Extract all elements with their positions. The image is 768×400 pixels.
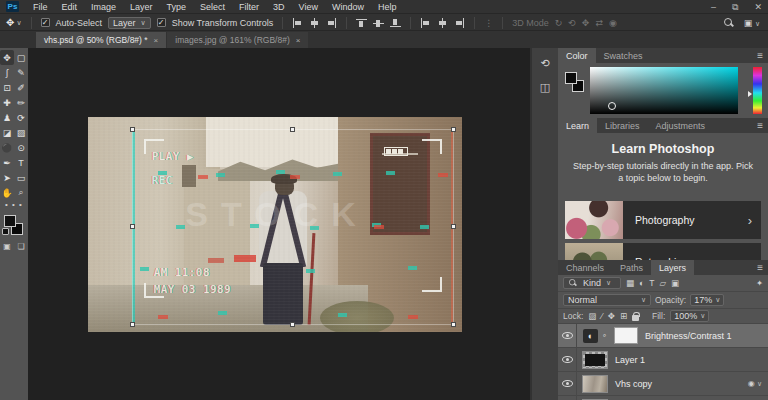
menu-image[interactable]: Image [91, 2, 116, 12]
align-bottom-edges-icon[interactable] [390, 18, 401, 28]
blur-tool[interactable]: ⚫ [0, 140, 14, 155]
layer-name[interactable]: Layer 1 [615, 355, 645, 365]
hand-tool[interactable]: ✋ [0, 185, 14, 200]
filter-shape-layers-icon[interactable]: ▱ [659, 278, 666, 288]
filter-adjustment-layers-icon[interactable]: ◐ [639, 278, 644, 288]
visibility-toggle[interactable] [558, 348, 577, 372]
tab-adjustments[interactable]: Adjustments [648, 118, 714, 133]
layer-row-layer-1[interactable]: Layer 1 [558, 348, 768, 372]
learn-topic-photography[interactable]: Photography › [565, 201, 761, 239]
eyedropper-tool[interactable]: ✐ [14, 80, 28, 95]
tab-paths[interactable]: Paths [612, 260, 651, 275]
tab-vhs-psd[interactable]: vhs.psd @ 50% (RGB/8#) * × [36, 32, 166, 48]
gradient-tool[interactable]: ▨ [14, 125, 28, 140]
restore-button[interactable]: ⧉ [732, 2, 738, 13]
transform-handle[interactable] [451, 127, 456, 132]
layer-name[interactable]: Brightness/Contrast 1 [645, 331, 732, 341]
align-top-edges-icon[interactable] [356, 18, 367, 28]
close-tab-icon[interactable]: × [296, 36, 301, 45]
more-align-options-icon[interactable]: ⋮ [484, 18, 493, 28]
smart-filter-toggle-icon[interactable]: ◉ ∨ [748, 379, 762, 388]
distribute-right-icon[interactable] [454, 18, 465, 28]
panel-menu-icon[interactable]: ≡ [757, 262, 763, 273]
hue-ramp[interactable] [753, 67, 762, 114]
transform-handle[interactable] [130, 322, 135, 327]
visibility-toggle[interactable] [558, 396, 577, 400]
transform-handle[interactable] [130, 224, 135, 229]
visibility-toggle[interactable] [558, 324, 577, 348]
properties-panel-icon[interactable]: ◫ [536, 78, 554, 96]
menu-view[interactable]: View [299, 2, 318, 12]
blend-mode-dropdown[interactable]: Normal ∨ [563, 294, 651, 306]
color-picker-cursor[interactable] [608, 102, 616, 110]
menu-3d[interactable]: 3D [273, 2, 285, 12]
lock-image-pixels-icon[interactable]: ⁄ [601, 311, 602, 321]
minimize-button[interactable]: – [711, 2, 716, 12]
foreground-color-swatch[interactable] [4, 215, 16, 227]
learn-topic-retouching[interactable]: Retouching › [565, 243, 761, 260]
layer-thumbnail[interactable] [582, 351, 608, 369]
filter-kind-dropdown[interactable]: Kind ∨ [563, 277, 621, 289]
zoom-tool[interactable]: ⌕ [14, 185, 28, 200]
menu-select[interactable]: Select [200, 2, 225, 12]
default-colors-icon[interactable] [2, 228, 9, 235]
pen-tool[interactable]: ✒ [0, 155, 14, 170]
dodge-tool[interactable]: ⊙ [14, 140, 28, 155]
hue-slider-arrow[interactable] [748, 91, 752, 97]
foreground-color-swatch[interactable] [565, 72, 577, 84]
filter-pixel-layers-icon[interactable]: ▦ [626, 278, 634, 288]
search-icon[interactable] [724, 18, 734, 28]
workspace-switcher[interactable]: ▣ ∨ [744, 18, 760, 28]
transform-bounding-box[interactable] [132, 129, 454, 325]
lock-all-icon[interactable] [632, 315, 639, 321]
layer-row-partial[interactable] [558, 396, 768, 400]
lock-artboard-icon[interactable]: ⊞ [620, 311, 627, 321]
transform-handle[interactable] [451, 322, 456, 327]
align-vertical-centers-icon[interactable] [373, 18, 384, 28]
show-transform-checkbox[interactable]: ✓ [157, 18, 166, 27]
eraser-tool[interactable]: ◪ [0, 125, 14, 140]
tab-swatches[interactable]: Swatches [596, 48, 651, 63]
tab-learn[interactable]: Learn [558, 118, 597, 133]
menu-layer[interactable]: Layer [130, 2, 153, 12]
panel-menu-icon[interactable]: ≡ [757, 120, 763, 131]
layer-thumbnail[interactable] [582, 375, 608, 393]
menu-filter[interactable]: Filter [239, 2, 259, 12]
move-tool[interactable]: ✥ [0, 50, 14, 65]
filter-pin-icon[interactable]: ✦ [756, 278, 763, 288]
layer-mask-thumbnail[interactable] [614, 327, 638, 344]
healing-brush-tool[interactable]: ✚ [0, 95, 14, 110]
marquee-tool[interactable]: ▢ [14, 50, 28, 65]
filter-smart-objects-icon[interactable]: ▣ [671, 278, 679, 288]
saturation-brightness-field[interactable] [590, 67, 738, 114]
tab-channels[interactable]: Channels [558, 260, 612, 275]
opacity-value[interactable]: 17% ∨ [690, 294, 724, 306]
lock-transparent-pixels-icon[interactable]: ▨ [588, 311, 596, 321]
align-left-edges-icon[interactable] [292, 18, 303, 28]
align-right-edges-icon[interactable] [326, 18, 337, 28]
visibility-toggle[interactable] [558, 372, 577, 396]
distribute-center-icon[interactable] [437, 18, 448, 28]
transform-handle[interactable] [451, 224, 456, 229]
quick-mask-button[interactable]: ▣ [0, 240, 14, 253]
transform-handle[interactable] [290, 127, 295, 132]
auto-select-checkbox[interactable]: ✓ [41, 18, 50, 27]
current-tool-icon[interactable]: ✥ ∨ [6, 17, 22, 28]
crop-tool[interactable]: ⊡ [0, 80, 14, 95]
layer-row-brightness-contrast[interactable]: ◐ ∘ Brightness/Contrast 1 [558, 324, 768, 348]
align-horizontal-centers-icon[interactable] [309, 18, 320, 28]
close-button[interactable]: ✕ [754, 2, 762, 12]
transform-handle[interactable] [130, 127, 135, 132]
fill-value[interactable]: 100% ∨ [670, 310, 709, 322]
screen-mode-button[interactable]: ❏ [14, 240, 28, 253]
menu-edit[interactable]: Edit [62, 2, 78, 12]
layer-row-vhs-copy[interactable]: Vhs copy ◉ ∨ [558, 372, 768, 396]
layer-name[interactable]: Vhs copy [615, 379, 652, 389]
lock-position-icon[interactable]: ✥ [608, 311, 615, 321]
type-tool[interactable]: T [14, 155, 28, 170]
menu-type[interactable]: Type [167, 2, 187, 12]
tab-color[interactable]: Color [558, 48, 596, 63]
menu-file[interactable]: File [33, 2, 48, 12]
history-brush-tool[interactable]: ⟳ [14, 110, 28, 125]
tab-images-jpg[interactable]: images.jpg @ 161% (RGB/8#) × [167, 32, 308, 48]
